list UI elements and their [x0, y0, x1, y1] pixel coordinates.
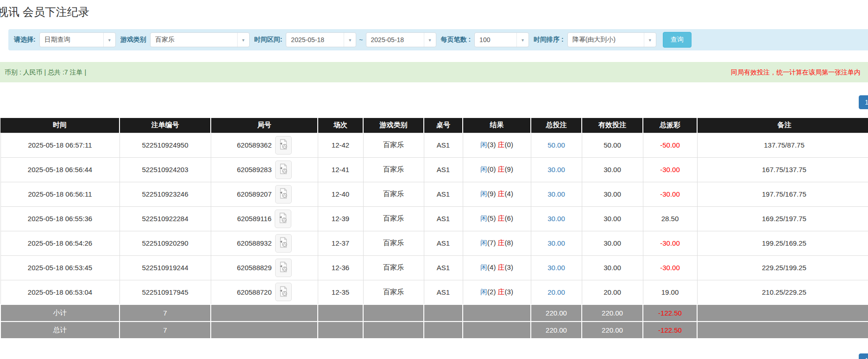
video-replay-button[interactable]: [275, 210, 291, 228]
cell-bet-id: 522510922284: [120, 206, 211, 231]
banker-result: 庄: [498, 239, 505, 247]
cell-time: 2025-05-18 06:53:04: [0, 280, 120, 304]
total-row-label: 总计: [0, 322, 120, 339]
player-result: 闲: [480, 288, 487, 296]
banker-result: 庄: [498, 141, 505, 149]
column-header: 备注: [697, 118, 868, 133]
chevron-down-icon[interactable]: ▾: [516, 33, 528, 47]
total-bet-link[interactable]: 20.00: [547, 288, 565, 296]
round-number: 620589207: [237, 190, 271, 198]
round-number: 620589362: [237, 141, 271, 149]
game-category-label: 游戏类别: [120, 36, 146, 44]
table-row: 2025-05-18 06:56:44522510924203620589283…: [0, 157, 868, 182]
column-header: 场次: [318, 118, 363, 133]
cell-result: 闲(9) 庄(4): [463, 182, 531, 206]
total-bet-link[interactable]: 30.00: [547, 190, 565, 198]
round-number: 620589283: [237, 166, 271, 173]
cell-round-id: 620589362: [211, 133, 318, 157]
video-replay-icon: [279, 261, 288, 274]
game-category-select[interactable]: 百家乐 ▾: [150, 32, 250, 47]
cell-time: 2025-05-18 06:56:44: [0, 157, 120, 182]
valid-bet-notice: 同局有效投注，统一计算在该局第一张注单内: [731, 62, 861, 82]
cell-result: 闲(7) 庄(8): [463, 231, 531, 255]
cell-remark: 137.75/87.75: [697, 133, 868, 157]
pagination-page-1-bottom[interactable]: 1: [859, 353, 868, 359]
chevron-down-icon[interactable]: ▾: [644, 33, 656, 47]
total-row-count: 7: [120, 322, 211, 339]
cell-payout: -30.00: [643, 255, 697, 280]
time-range-label: 时间区间:: [254, 36, 283, 44]
total-row-payout: -122.50: [643, 322, 697, 339]
range-separator: ~: [359, 36, 363, 43]
cell-valid-bet: 30.00: [582, 255, 643, 280]
pagination-page-1[interactable]: 1: [859, 95, 868, 109]
summary-bar: 币别 : 人民币 | 总共 :7 注单 | 同局有效投注，统一计算在该局第一张注…: [0, 62, 868, 82]
page-size-label: 每页笔数 :: [441, 36, 471, 44]
cell-bet-id: 522510917945: [120, 280, 211, 304]
sort-order-value: 降幂(由大到小): [568, 36, 644, 44]
round-number: 620588829: [237, 264, 271, 272]
video-replay-button[interactable]: [275, 185, 292, 204]
total-bet-link[interactable]: 30.00: [547, 264, 565, 272]
cell-session: 12-42: [318, 133, 363, 157]
cell-payout: -30.00: [643, 182, 697, 206]
total-bet-link[interactable]: 30.00: [547, 166, 565, 173]
total-row-empty: [211, 322, 318, 339]
video-replay-button[interactable]: [275, 283, 292, 301]
cell-time: 2025-05-18 06:53:45: [0, 255, 120, 280]
cell-remark: 210.25/229.25: [697, 280, 868, 304]
cell-session: 12-40: [318, 182, 363, 206]
round-number: 620589116: [237, 215, 271, 223]
query-type-select[interactable]: 日期查询 ▾: [39, 32, 116, 47]
cell-game-category: 百家乐: [363, 280, 424, 304]
column-header: 桌号: [424, 118, 463, 133]
cell-time: 2025-05-18 06:56:11: [0, 182, 120, 206]
column-header: 有效投注: [582, 118, 643, 133]
cell-total-bet: 30.00: [531, 182, 582, 206]
cell-result: 闲(2) 庄(3): [463, 280, 531, 304]
sort-order-label: 时间排序 :: [534, 36, 564, 44]
cell-table-number: AS1: [424, 231, 463, 255]
total-row-empty: [318, 322, 363, 339]
cell-game-category: 百家乐: [363, 157, 424, 182]
cell-session: 12-39: [318, 206, 363, 231]
date-from-select[interactable]: 2025-05-18 ▾: [286, 32, 356, 47]
total-bet-link[interactable]: 30.00: [547, 215, 565, 223]
cell-session: 12-36: [318, 255, 363, 280]
subtotal-row-empty: [697, 304, 868, 322]
cell-total-bet: 30.00: [531, 206, 582, 231]
table-row: 2025-05-18 06:55:36522510922284620589116…: [0, 206, 868, 231]
round-number: 620588720: [237, 288, 271, 296]
cell-table-number: AS1: [424, 280, 463, 304]
chevron-down-icon[interactable]: ▾: [424, 33, 436, 47]
cell-total-bet: 30.00: [531, 231, 582, 255]
player-result: 闲: [480, 239, 487, 247]
video-replay-button[interactable]: [275, 234, 292, 253]
column-header: 总投注: [531, 118, 582, 133]
player-result: 闲: [480, 263, 487, 271]
total-bet-link[interactable]: 30.00: [547, 239, 565, 247]
total-bet-link[interactable]: 50.00: [547, 141, 565, 149]
video-replay-button[interactable]: [275, 259, 292, 277]
total-row: 总计7220.00220.00-122.50: [0, 322, 868, 339]
column-header: 游戏类别: [363, 118, 424, 133]
total-row-empty: [424, 322, 463, 339]
search-button[interactable]: 查询: [663, 32, 692, 48]
cell-bet-id: 522510920290: [120, 231, 211, 255]
sort-order-select[interactable]: 降幂(由大到小) ▾: [567, 32, 656, 47]
subtotal-row-empty: [463, 304, 531, 322]
page-size-select[interactable]: 100 ▾: [474, 32, 529, 47]
page-title: 视讯 会员下注纪录: [0, 5, 89, 19]
chevron-down-icon[interactable]: ▾: [103, 33, 115, 47]
chevron-down-icon[interactable]: ▾: [344, 33, 356, 47]
cell-remark: 199.25/169.25: [697, 231, 868, 255]
video-replay-button[interactable]: [275, 161, 292, 179]
date-to-select[interactable]: 2025-05-18 ▾: [366, 32, 436, 47]
chevron-down-icon[interactable]: ▾: [237, 33, 249, 47]
cell-bet-id: 522510923246: [120, 182, 211, 206]
video-replay-icon: [279, 188, 288, 200]
cell-session: 12-41: [318, 157, 363, 182]
subtotal-row-empty: [211, 304, 318, 322]
video-replay-button[interactable]: [275, 136, 292, 155]
cell-time: 2025-05-18 06:55:36: [0, 206, 120, 231]
